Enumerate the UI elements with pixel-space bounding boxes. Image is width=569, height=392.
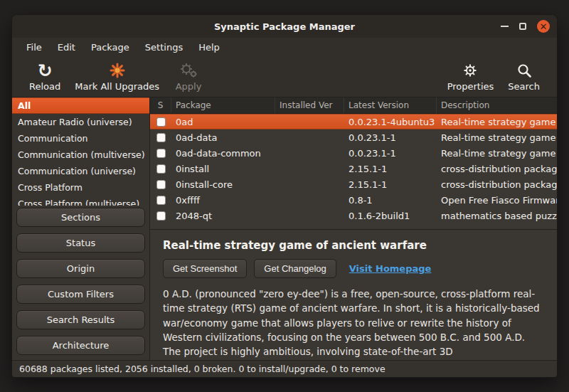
package-checkbox[interactable] (156, 149, 166, 158)
custom-filters-button[interactable]: Custom Filters (16, 285, 145, 304)
get-screenshot-button[interactable]: Get Screenshot (163, 259, 247, 278)
package-row-0ad-data[interactable]: 0ad-data 0.0.23.1-1 Real-time strategy g… (150, 129, 557, 145)
latest-version: 2.15.1-1 (344, 179, 437, 190)
package-row-0install-core[interactable]: 0install-core 2.15.1-1 cross-distributio… (150, 176, 557, 192)
details-panel: Real-time strategy game of ancient warfa… (150, 229, 557, 360)
mark-all-upgrades-icon (110, 61, 125, 80)
latest-version: 0.0.23.1-4ubuntu3 (344, 117, 437, 127)
column-header-latest-version[interactable]: Latest Version (344, 97, 437, 113)
package-checkbox[interactable] (156, 164, 166, 174)
sections-button[interactable]: Sections (16, 208, 145, 227)
minimize-button[interactable] (501, 26, 509, 27)
package-name: 0ad-data-common (171, 148, 275, 159)
package-checkbox[interactable] (156, 211, 166, 221)
main-area: All Amateur Radio (universe) Communicati… (12, 97, 557, 360)
architecture-button[interactable]: Architecture (16, 336, 145, 355)
menu-settings[interactable]: Settings (138, 40, 190, 55)
package-description: Open Free Fiasco Firmware Flasher (437, 195, 557, 206)
reload-button[interactable]: ↻ Reload (22, 58, 68, 95)
maximize-icon (519, 23, 526, 30)
package-name: 0ad-data (171, 132, 275, 143)
maximize-button[interactable] (519, 23, 526, 30)
package-row-2048-qt[interactable]: 2048-qt 0.1.6-2build1 mathematics based … (150, 208, 557, 223)
table-header: S Package Installed Ver Latest Version D… (150, 97, 557, 114)
minimize-icon (501, 26, 509, 27)
package-description: mathematics based puzzle game (437, 211, 557, 221)
details-actions: Get Screenshot Get Changelog Visit Homep… (163, 259, 544, 278)
package-row-0ad[interactable]: 0ad 0.0.23.1-4ubuntu3 Real-time strategy… (150, 114, 557, 129)
category-cross-platform-multiverse[interactable]: Cross Platform (multiverse) (12, 196, 149, 206)
visit-homepage-link[interactable]: Visit Homepage (349, 263, 432, 274)
apply-button[interactable]: Apply (166, 58, 211, 95)
status-button[interactable]: Status (16, 233, 145, 253)
package-checkbox[interactable] (156, 180, 166, 189)
properties-icon (462, 61, 478, 80)
properties-button[interactable]: Properties (440, 58, 501, 95)
package-panel: S Package Installed Ver Latest Version D… (150, 97, 557, 360)
table-gap (150, 223, 557, 229)
search-results-button[interactable]: Search Results (16, 310, 145, 329)
column-header-s[interactable]: S (150, 97, 171, 113)
details-description: 0 A.D. (pronounced "zero ey-dee") is a f… (163, 287, 544, 359)
category-all[interactable]: All (12, 97, 149, 114)
menu-edit[interactable]: Edit (50, 40, 83, 55)
sidebar: All Amateur Radio (universe) Communicati… (12, 97, 150, 360)
package-description: Real-time strategy game of ancient warfa… (437, 148, 557, 159)
menu-package[interactable]: Package (84, 40, 137, 55)
package-name: 0xffff (171, 195, 275, 206)
package-description: Real-time strategy game of ancient warfa… (437, 117, 557, 127)
details-title: Real-time strategy game of ancient warfa… (163, 239, 544, 252)
latest-version: 0.1.6-2build1 (344, 211, 437, 221)
statusbar: 60688 packages listed, 2056 installed, 0… (12, 360, 557, 377)
package-description: Real-time strategy game of ancient warfa… (437, 132, 557, 143)
search-button[interactable]: Search (501, 58, 547, 95)
category-cross-platform[interactable]: Cross Platform (12, 179, 149, 196)
latest-version: 0.0.23.1-1 (344, 148, 437, 159)
search-icon (516, 61, 532, 80)
package-checkbox[interactable] (156, 133, 166, 142)
category-communication-multiverse[interactable]: Communication (multiverse) (12, 147, 149, 163)
origin-button[interactable]: Origin (16, 259, 145, 278)
apply-icon (179, 61, 198, 80)
titlebar: Synaptic Package Manager ✕ (12, 15, 557, 38)
package-name: 0ad (171, 117, 275, 127)
column-header-package[interactable]: Package (171, 97, 275, 113)
package-name: 0install-core (171, 179, 275, 190)
toolbar: ↻ Reload Mark All Upgrades (12, 56, 557, 97)
category-amateur-radio-universe[interactable]: Amateur Radio (universe) (12, 114, 149, 130)
column-header-installed-version[interactable]: Installed Ver (275, 97, 344, 113)
latest-version: 2.15.1-1 (344, 164, 437, 174)
package-checkbox[interactable] (156, 196, 166, 205)
category-communication-universe[interactable]: Communication (universe) (12, 163, 149, 179)
window-title: Synaptic Package Manager (12, 21, 557, 32)
screenshot-stage: Synaptic Package Manager ✕ File Edit Pac… (0, 0, 569, 392)
window-controls: ✕ (501, 15, 550, 38)
close-button[interactable]: ✕ (537, 20, 550, 33)
package-description: cross-distribution packaging system (437, 164, 557, 174)
sidebar-buttons: Sections Status Origin Custom Filters Se… (12, 206, 149, 357)
get-changelog-button[interactable]: Get Changelog (254, 259, 336, 278)
reload-icon: ↻ (38, 61, 53, 80)
latest-version: 0.8-1 (344, 195, 437, 206)
menu-file[interactable]: File (19, 40, 49, 55)
package-description: cross-distribution packaging system (cor… (437, 179, 557, 190)
menu-help[interactable]: Help (191, 40, 227, 55)
mark-all-upgrades-button[interactable]: Mark All Upgrades (68, 58, 166, 95)
package-name: 2048-qt (171, 211, 275, 221)
status-text: 60688 packages listed, 2056 installed, 0… (19, 364, 385, 374)
package-name: 0install (171, 164, 275, 174)
close-icon: ✕ (540, 22, 548, 31)
category-list: All Amateur Radio (universe) Communicati… (12, 97, 149, 206)
package-row-0ad-data-common[interactable]: 0ad-data-common 0.0.23.1-1 Real-time str… (150, 145, 557, 161)
synaptic-window: Synaptic Package Manager ✕ File Edit Pac… (11, 14, 558, 378)
package-checkbox[interactable] (156, 117, 166, 127)
menubar: File Edit Package Settings Help (12, 38, 557, 56)
column-header-description[interactable]: Description (437, 97, 557, 113)
package-list: 0ad 0.0.23.1-4ubuntu3 Real-time strategy… (150, 114, 557, 223)
category-communication[interactable]: Communication (12, 130, 149, 147)
package-row-0xffff[interactable]: 0xffff 0.8-1 Open Free Fiasco Firmware F… (150, 192, 557, 208)
latest-version: 0.0.23.1-1 (344, 132, 437, 143)
package-row-0install[interactable]: 0install 2.15.1-1 cross-distribution pac… (150, 161, 557, 176)
